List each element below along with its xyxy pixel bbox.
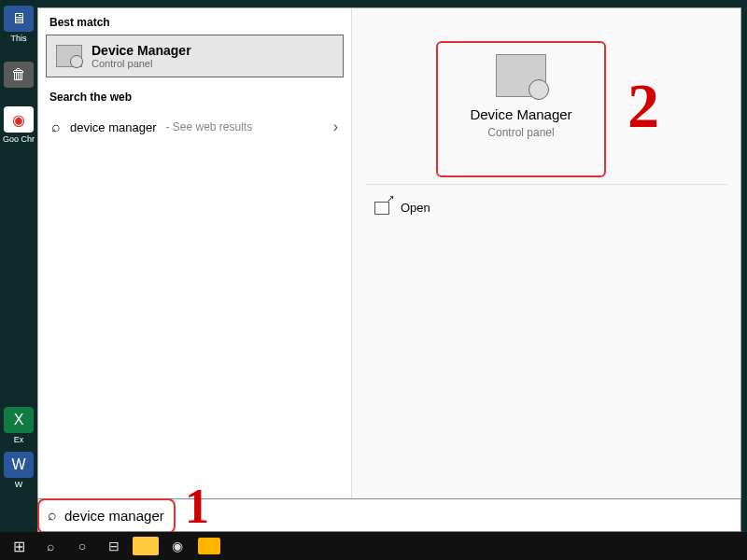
file-explorer-button[interactable]	[131, 534, 161, 558]
open-action[interactable]: Open	[374, 201, 430, 215]
search-input[interactable]	[64, 499, 731, 531]
search-results-column: Best match Device Manager Control panel …	[38, 8, 352, 525]
folder-icon	[198, 538, 220, 554]
taskbar-search-button[interactable]: ⌕	[35, 534, 65, 558]
desktop-icon-excel[interactable]: X Ex	[2, 407, 35, 446]
chrome-icon: ◉	[4, 106, 34, 133]
search-icon: ⌕	[48, 507, 57, 524]
start-button[interactable]: ⊞	[4, 534, 34, 558]
pc-icon: 🖥	[4, 6, 34, 32]
chevron-right-icon: ›	[333, 119, 338, 135]
best-match-text: Device Manager Control panel	[92, 43, 191, 69]
search-preview-pane: Device Manager Control panel Open	[352, 8, 740, 525]
annotation-step-2: 2	[627, 69, 659, 143]
divider	[365, 184, 727, 185]
desktop-icon-recycle[interactable]: 🗑	[2, 62, 35, 101]
preview-card-device-manager[interactable]: Device Manager Control panel	[436, 41, 606, 177]
desktop: 🖥 This 🗑 ◉ Goo Chr X Ex W W	[0, 0, 37, 532]
desktop-icon-chrome[interactable]: ◉ Goo Chr	[2, 106, 35, 146]
desktop-icon-label: Goo Chr	[3, 134, 35, 144]
best-match-heading: Best match	[38, 8, 351, 35]
open-label: Open	[401, 201, 430, 215]
best-match-subtitle: Control panel	[92, 58, 191, 69]
open-icon	[374, 202, 389, 215]
search-web-heading: Search the web	[38, 83, 351, 109]
word-icon: W	[4, 452, 34, 478]
best-match-item-device-manager[interactable]: Device Manager Control panel	[46, 35, 344, 77]
excel-icon: X	[4, 407, 34, 433]
desktop-icon-word[interactable]: W W	[2, 452, 35, 491]
recycle-icon: 🗑	[4, 62, 34, 88]
desktop-icon-label: W	[15, 480, 23, 489]
device-manager-icon	[496, 54, 546, 97]
search-box[interactable]: ⌕	[37, 498, 741, 532]
best-match-title: Device Manager	[92, 43, 191, 58]
chrome-button[interactable]: ◉	[162, 534, 192, 558]
device-manager-icon	[56, 45, 82, 67]
web-result-device-manager[interactable]: ⌕ device manager - See web results ›	[38, 109, 351, 145]
desktop-icon-label: This	[10, 34, 26, 43]
web-result-query: device manager	[70, 120, 157, 134]
taskbar: ⊞ ⌕ ○ ⊟ ◉	[0, 532, 747, 560]
desktop-icon-label: Ex	[14, 435, 24, 444]
preview-title: Device Manager	[438, 106, 604, 122]
web-result-hint: - See web results	[166, 120, 253, 133]
search-icon: ⌕	[51, 119, 61, 135]
task-view-button[interactable]: ⊟	[99, 534, 129, 558]
cortana-button[interactable]: ○	[67, 534, 97, 558]
preview-subtitle: Control panel	[438, 126, 604, 139]
desktop-icon-this-pc[interactable]: 🖥 This	[2, 6, 35, 45]
annotation-step-1: 1	[185, 479, 209, 534]
taskbar-folder-button[interactable]	[194, 534, 224, 558]
folder-icon	[133, 537, 159, 555]
